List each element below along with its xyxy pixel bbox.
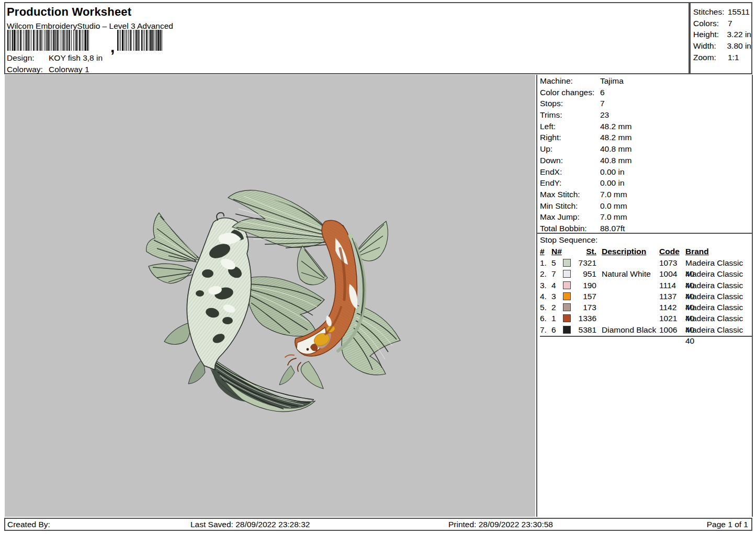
design-row: Design: KOY fish 3,8 in (7, 53, 103, 63)
summary-label: Width: (693, 40, 727, 52)
stop-row-description: Diamond Black (597, 324, 659, 347)
colorway-row: Colorway: Colorway 1 (7, 65, 89, 74)
stop-row-brand: Madeira Classic 40 (683, 324, 752, 347)
worksheet-footer: Created By: Last Saved: 28/09/2022 23:28… (4, 518, 752, 531)
green-koi-right-fin (245, 277, 324, 336)
summary-row: Stitches:15511 (693, 6, 751, 18)
summary-label: Stitches: (693, 6, 728, 18)
stop-row-number: 7. (540, 324, 551, 347)
colorway-value: Colorway 1 (49, 65, 89, 74)
col-code: Code (659, 246, 683, 257)
printed-text: Printed: 28/09/2022 23:30:58 (448, 519, 553, 530)
machine-value: 7 (600, 98, 605, 109)
stop-sequence-row: 6.113361021Madeira Classic 40 (540, 313, 752, 324)
stop-row-needle: 6 (551, 324, 563, 347)
machine-info-rows: Machine:TajimaColor changes:6Stops:7Trim… (540, 75, 752, 234)
machine-value: 48.2 mm (600, 121, 631, 132)
machine-label: Color changes: (540, 87, 600, 98)
summary-row: Colors:7 (693, 18, 751, 29)
page-number: Page 1 of 1 (707, 519, 748, 530)
col-n: N# (551, 246, 563, 257)
design-value: KOY fish 3,8 in (49, 53, 103, 63)
design-canvas (5, 75, 535, 517)
machine-label: EndY: (540, 177, 600, 189)
machine-value: 40.8 mm (600, 143, 631, 155)
design-barcode: , (7, 30, 162, 51)
thread-color-swatch (563, 270, 571, 278)
barcode-group-1 (7, 30, 107, 51)
summary-value: 7 (728, 18, 732, 29)
stop-sequence-row: 5.21731142Madeira Classic 40 (540, 302, 752, 313)
machine-row: Down:40.8 mm (540, 155, 752, 166)
machine-row: Max Jump:7.0 mm (540, 211, 752, 223)
stop-sequence-section: Stop Sequence: # N# St. Description Code… (537, 234, 752, 337)
machine-value: 7.0 mm (600, 189, 627, 200)
colorway-label: Colorway: (7, 65, 49, 74)
green-koi-left-fins (146, 213, 200, 283)
thread-color-swatch (563, 314, 571, 322)
design-summary-box: Stitches:15511Colors:7Height:3.22 inWidt… (690, 2, 752, 74)
machine-value: 7.0 mm (600, 211, 627, 223)
machine-row: Left:48.2 mm (540, 121, 752, 132)
machine-label: Max Stitch: (540, 189, 600, 200)
machine-label: Max Jump: (540, 211, 600, 223)
page-title: Production Worksheet (7, 5, 131, 19)
summary-value: 3.22 in (727, 29, 751, 40)
machine-label: Machine: (540, 75, 600, 87)
machine-row: Trims:23 (540, 109, 752, 121)
machine-value: 23 (600, 109, 609, 121)
machine-row: Total Bobbin:88.07ft (540, 223, 752, 234)
barcode-separator: , (110, 43, 115, 51)
machine-value: 40.8 mm (600, 155, 631, 166)
machine-row: Max Stitch:7.0 mm (540, 189, 752, 200)
machine-value: 48.2 mm (600, 132, 631, 143)
stop-sequence-header: # N# St. Description Code Brand (540, 246, 752, 257)
machine-row: Stops:7 (540, 98, 752, 109)
koi-embroidery-design (141, 186, 403, 416)
design-summary-rows: Stitches:15511Colors:7Height:3.22 inWidt… (693, 6, 751, 63)
machine-value: 0.0 mm (600, 200, 627, 212)
stop-row-code: 1006 (659, 324, 683, 347)
machine-row: Color changes:6 (540, 87, 752, 98)
machine-label: Min Stitch: (540, 200, 600, 212)
info-panel: Machine:TajimaColor changes:6Stops:7Trim… (536, 75, 753, 517)
worksheet-header: Production Worksheet Wilcom EmbroiderySt… (4, 2, 690, 74)
barcode-group-2 (117, 30, 162, 51)
thread-color-swatch (563, 292, 571, 300)
green-koi-body (187, 213, 251, 370)
machine-label: Up: (540, 143, 600, 155)
summary-label: Zoom: (693, 52, 728, 63)
machine-label: Total Bobbin: (540, 223, 600, 234)
machine-label: Left: (540, 121, 600, 132)
thread-color-swatch (563, 281, 571, 289)
stop-row-stitches: 5381 (577, 324, 597, 347)
machine-row: Up:40.8 mm (540, 143, 752, 155)
summary-label: Height: (693, 29, 727, 40)
machine-info-section: Machine:TajimaColor changes:6Stops:7Trim… (537, 75, 752, 234)
thread-color-swatch (563, 259, 571, 267)
machine-value: 0.00 in (600, 177, 625, 189)
col-description: Description (597, 246, 659, 257)
stop-sequence-row: 4.31571137Madeira Classic 40 (540, 291, 752, 302)
stop-sequence-row: 3.41901114Madeira Classic 40 (540, 280, 752, 291)
machine-value: 88.07ft (600, 223, 625, 234)
summary-label: Colors: (693, 18, 728, 29)
summary-value: 15511 (728, 6, 750, 18)
barcode-bar (88, 30, 89, 51)
summary-value: 1:1 (728, 52, 739, 63)
col-st: St. (577, 246, 597, 257)
stop-row-swatch-cell (563, 324, 577, 347)
summary-value: 3.80 in (727, 40, 751, 52)
stop-sequence-row: 1.573211073Madeira Classic 40 (540, 257, 752, 268)
machine-value: 0.00 in (600, 166, 625, 178)
stop-sequence-row: 2.7951Natural White1004Madeira Classic 4… (540, 268, 752, 279)
stop-sequence-title: Stop Sequence: (540, 234, 752, 246)
machine-label: Right: (540, 132, 600, 143)
col-brand: Brand (683, 246, 752, 257)
machine-row: Machine:Tajima (540, 75, 752, 87)
col-swatch-spacer (563, 246, 577, 257)
thread-color-swatch (563, 303, 571, 311)
machine-row: Min Stitch:0.0 mm (540, 200, 752, 212)
machine-label: Trims: (540, 109, 600, 121)
machine-row: EndY:0.00 in (540, 177, 752, 189)
